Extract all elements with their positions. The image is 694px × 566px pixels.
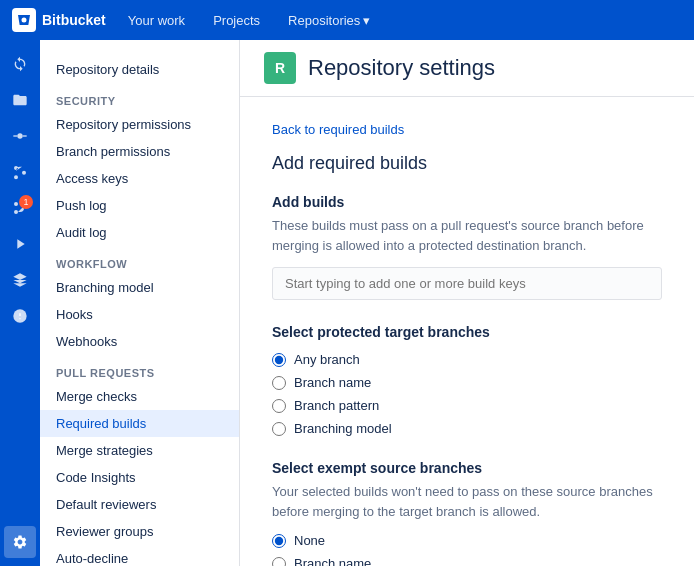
- sidebar-icon-pullrequests[interactable]: 1: [4, 192, 36, 224]
- sidebar-icon-commits[interactable]: [4, 120, 36, 152]
- nav-item-required-builds[interactable]: Required builds: [40, 410, 239, 437]
- nav-item-auto-decline[interactable]: Auto-decline: [40, 545, 239, 566]
- nav-item-merge-checks[interactable]: Merge checks: [40, 383, 239, 410]
- nav-item-webhooks[interactable]: Webhooks: [40, 328, 239, 355]
- exempt-none-radio[interactable]: [272, 534, 286, 548]
- back-link[interactable]: Back to required builds: [272, 122, 404, 137]
- nav-item-merge-strategies[interactable]: Merge strategies: [40, 437, 239, 464]
- nav-item-audit-log[interactable]: Audit log: [40, 219, 239, 246]
- sidebar-icon-settings[interactable]: [4, 526, 36, 558]
- nav-item-code-insights[interactable]: Code Insights: [40, 464, 239, 491]
- protected-branch-name-radio[interactable]: [272, 376, 286, 390]
- brand[interactable]: Bitbucket: [12, 8, 106, 32]
- topnav-projects[interactable]: Projects: [207, 9, 266, 32]
- repo-icon: R: [264, 52, 296, 84]
- add-builds-label: Add builds: [272, 194, 662, 210]
- nav-section-workflow: Workflow: [40, 246, 239, 274]
- chevron-down-icon: ▾: [363, 13, 370, 28]
- exempt-desc: Your selected builds won't need to pass …: [272, 482, 662, 521]
- protected-branch-pattern-radio[interactable]: [272, 399, 286, 413]
- sidebar-icon-branches[interactable]: [4, 156, 36, 188]
- content-area: R Repository settings Back to required b…: [240, 40, 694, 566]
- svg-point-5: [19, 318, 20, 319]
- icon-sidebar: 1: [0, 40, 40, 566]
- protected-branching-model[interactable]: Branching model: [272, 421, 662, 436]
- nav-section-security: Security: [40, 83, 239, 111]
- page-title: Repository settings: [308, 55, 495, 81]
- protected-branches-title: Select protected target branches: [272, 324, 662, 340]
- section-title: Add required builds: [272, 153, 662, 174]
- main-area: Repository details Security Repository p…: [40, 40, 694, 566]
- pullrequest-badge: 1: [19, 195, 33, 209]
- left-nav: Repository details Security Repository p…: [40, 40, 240, 566]
- topnav: Bitbucket Your work Projects Repositorie…: [0, 0, 694, 40]
- protected-branch-pattern[interactable]: Branch pattern: [272, 398, 662, 413]
- topnav-repositories[interactable]: Repositories ▾: [282, 9, 376, 32]
- nav-item-access-keys[interactable]: Access keys: [40, 165, 239, 192]
- build-keys-input[interactable]: [272, 267, 662, 300]
- nav-item-default-reviewers[interactable]: Default reviewers: [40, 491, 239, 518]
- sidebar-icon-deployments[interactable]: [4, 264, 36, 296]
- nav-item-branch-permissions[interactable]: Branch permissions: [40, 138, 239, 165]
- nav-item-repo-details[interactable]: Repository details: [40, 56, 239, 83]
- exempt-title: Select exempt source branches: [272, 460, 662, 476]
- exempt-branches-group: None Branch name Branch pattern Branchin…: [272, 533, 662, 566]
- protected-branch-name[interactable]: Branch name: [272, 375, 662, 390]
- protected-branching-model-radio[interactable]: [272, 422, 286, 436]
- svg-point-0: [17, 133, 22, 138]
- protected-branches-group: Any branch Branch name Branch pattern Br…: [272, 352, 662, 436]
- page-title-bar: R Repository settings: [240, 40, 694, 97]
- protected-any-branch[interactable]: Any branch: [272, 352, 662, 367]
- sidebar-icon-sync[interactable]: [4, 48, 36, 80]
- nav-item-reviewer-groups[interactable]: Reviewer groups: [40, 518, 239, 545]
- exempt-branch-name[interactable]: Branch name: [272, 556, 662, 566]
- nav-item-hooks[interactable]: Hooks: [40, 301, 239, 328]
- exempt-none[interactable]: None: [272, 533, 662, 548]
- nav-item-repo-permissions[interactable]: Repository permissions: [40, 111, 239, 138]
- sidebar-icon-pipelines[interactable]: [4, 228, 36, 260]
- brand-icon: [12, 8, 36, 32]
- sidebar-icon-source[interactable]: [4, 84, 36, 116]
- add-builds-desc: These builds must pass on a pull request…: [272, 216, 662, 255]
- layout: 1 Repository details Security Repository…: [0, 40, 694, 566]
- sidebar-icon-issues[interactable]: [4, 300, 36, 332]
- content-inner: Back to required builds Add required bui…: [240, 97, 694, 566]
- nav-item-branching-model[interactable]: Branching model: [40, 274, 239, 301]
- protected-any-branch-radio[interactable]: [272, 353, 286, 367]
- brand-label: Bitbucket: [42, 12, 106, 28]
- nav-item-push-log[interactable]: Push log: [40, 192, 239, 219]
- nav-section-pull-requests: Pull requests: [40, 355, 239, 383]
- topnav-your-work[interactable]: Your work: [122, 9, 191, 32]
- exempt-branch-name-radio[interactable]: [272, 557, 286, 567]
